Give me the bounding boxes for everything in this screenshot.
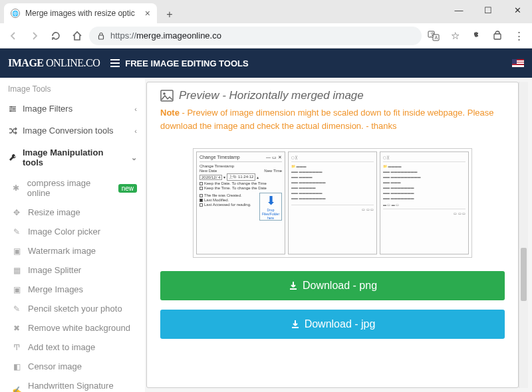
download-icon [288,280,299,291]
text-icon: Ͳ [12,343,21,352]
grid-icon: ▦ [12,266,21,275]
tab-title: Merge images with resize optic [25,9,135,18]
maximize-button[interactable]: ☐ [473,0,503,20]
censor-icon: ◧ [12,362,21,371]
preview-window-3: ▢ ╳ 📁 ▬▬▬▬ ▬▬ ▬▬▬▬▬▬▬▬▬▬ ▬▬▬▬▬▬▬▬▬▬▬ ▬▬▬… [380,151,469,254]
sidebar-item-signature[interactable]: ✍Handwritten Signature image [0,376,145,392]
chevron-left-icon: ‹ [134,105,137,113]
expand-icon: ✥ [12,208,21,217]
address-bar[interactable]: https://merge.imageonline.co [89,27,422,45]
sidebar-item-censor[interactable]: ◧Censor image [0,357,145,376]
x-icon: ✖ [12,324,21,333]
reload-button[interactable] [47,27,65,45]
minimize-button[interactable]: — [444,0,473,20]
sidebar-item-addtext[interactable]: ͲAdd text to image [0,338,145,357]
svg-rect-9 [161,90,173,101]
extension-bag-icon[interactable] [488,27,507,45]
sidebar-cat-manipulation[interactable]: Image Manipulation tools ⌄ [0,142,145,173]
svg-rect-5 [494,34,501,39]
pen-icon: ✍ [12,386,21,392]
image-icon: ▣ [12,246,21,256]
globe-icon: 🌐 [11,9,20,18]
url-text: https://merge.imageonline.co [110,31,221,41]
translate-icon[interactable]: 文A [424,27,443,45]
close-window-button[interactable]: ✕ [503,0,532,20]
sidebar-heading: Image Tools [0,78,145,98]
new-tab-button[interactable]: + [161,6,178,23]
preview-window-1: Change Timestamp— ▭ ✕ Change Timestamp N… [196,151,285,254]
chevron-down-icon: ⌄ [131,153,137,162]
favorite-icon[interactable]: ☆ [446,27,464,45]
svg-rect-0 [99,35,104,39]
merged-preview: Change Timestamp— ▭ ✕ Change Timestamp N… [193,148,472,258]
forward-button[interactable] [25,27,44,45]
menu-dots-icon[interactable]: ⋮ [509,27,528,45]
home-button[interactable] [68,27,86,45]
sidebar-item-splitter[interactable]: ▦Image Splitter [0,260,145,280]
scrollbar-thumb[interactable] [521,248,527,301]
compress-icon: ✱ [12,183,21,193]
header-menu-button[interactable]: FREE IMAGE EDITING TOOLS [110,58,248,68]
lock-icon [97,32,105,40]
svg-point-10 [163,92,166,95]
sidebar-item-watermark[interactable]: ▣Watermark image [0,241,145,260]
svg-text:A: A [435,35,438,40]
picture-icon [160,90,174,102]
vertical-scrollbar[interactable] [519,82,528,388]
svg-point-7 [13,108,15,110]
hamburger-icon [110,59,120,67]
preview-window-2: ▢ ╳ 📁 ▬▬▬ ▬▬ ▬▬▬▬▬▬▬▬▬ ▬▬▬▬▬▬ ▬▬▬▬▬▬▬▬ ▬… [288,151,377,254]
shuffle-icon [8,126,17,136]
browser-tab[interactable]: 🌐 Merge images with resize optic × [4,3,157,23]
sliders-icon [8,104,17,114]
svg-point-6 [11,106,13,108]
sidebar-cat-filters[interactable]: Image Filters ‹ [0,98,145,120]
wrench-icon [8,153,17,162]
flag-us-icon[interactable] [512,59,524,67]
download-png-button[interactable]: Download - png [160,271,505,300]
svg-text:文: 文 [430,32,435,37]
chevron-left-icon: ‹ [134,127,137,135]
new-badge: new [118,184,137,193]
sidebar-item-pencil[interactable]: ✎Pencil sketch your photo [0,299,145,318]
close-tab-icon[interactable]: × [145,8,150,19]
sidebar-item-merge[interactable]: ▣Merge Images [0,280,145,299]
pencil-icon: ✎ [12,304,21,314]
back-button[interactable] [4,27,23,45]
sidebar-item-colorpicker[interactable]: ✎Image Color picker [0,222,145,241]
svg-point-8 [10,110,12,112]
extension-puzzle-icon[interactable] [467,27,485,45]
preview-heading: Preview - Horizontally merged image [160,89,505,102]
sidebar-item-resize[interactable]: ✥Resize image [0,203,145,222]
main-panel: Preview - Horizontally merged image Note… [146,82,519,388]
download-icon [290,319,301,330]
download-jpg-button[interactable]: Download - jpg [160,310,505,339]
sidebar: Image Tools Image Filters ‹ Image Conver… [0,78,145,392]
sidebar-item-compress[interactable]: ✱compress image onlinenew [0,173,145,203]
note-text: Note - Preview of image dimension might … [160,106,505,132]
sidebar-item-removebg[interactable]: ✖Remove white background [0,318,145,338]
eyedropper-icon: ✎ [12,227,21,237]
site-logo[interactable]: IMAGE ONLINE.CO [8,57,100,69]
merge-icon: ▣ [12,285,21,294]
sidebar-cat-conversion[interactable]: Image Conversion tools ‹ [0,120,145,142]
